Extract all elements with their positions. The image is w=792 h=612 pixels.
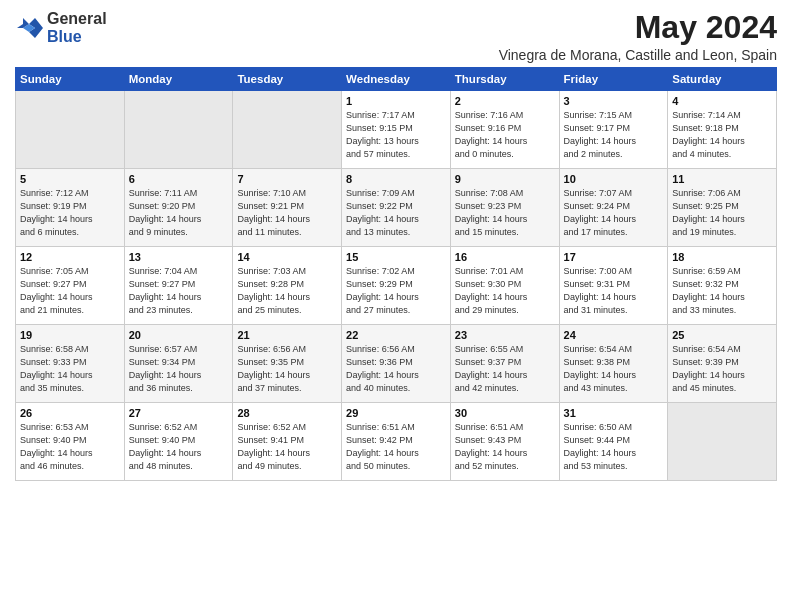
calendar-cell — [668, 403, 777, 481]
calendar-table: SundayMondayTuesdayWednesdayThursdayFrid… — [15, 67, 777, 481]
weekday-header-saturday: Saturday — [668, 68, 777, 91]
weekday-header-monday: Monday — [124, 68, 233, 91]
day-number: 17 — [564, 251, 664, 263]
day-info: Sunrise: 7:00 AM Sunset: 9:31 PM Dayligh… — [564, 265, 664, 317]
calendar-cell — [124, 91, 233, 169]
calendar-cell: 9Sunrise: 7:08 AM Sunset: 9:23 PM Daylig… — [450, 169, 559, 247]
day-number: 26 — [20, 407, 120, 419]
weekday-header-friday: Friday — [559, 68, 668, 91]
calendar-cell: 29Sunrise: 6:51 AM Sunset: 9:42 PM Dayli… — [342, 403, 451, 481]
calendar-cell: 12Sunrise: 7:05 AM Sunset: 9:27 PM Dayli… — [16, 247, 125, 325]
calendar-cell — [233, 91, 342, 169]
calendar-cell: 26Sunrise: 6:53 AM Sunset: 9:40 PM Dayli… — [16, 403, 125, 481]
day-number: 10 — [564, 173, 664, 185]
calendar-cell: 5Sunrise: 7:12 AM Sunset: 9:19 PM Daylig… — [16, 169, 125, 247]
logo: General Blue — [15, 10, 107, 45]
calendar-cell: 27Sunrise: 6:52 AM Sunset: 9:40 PM Dayli… — [124, 403, 233, 481]
day-info: Sunrise: 7:17 AM Sunset: 9:15 PM Dayligh… — [346, 109, 446, 161]
day-info: Sunrise: 6:52 AM Sunset: 9:41 PM Dayligh… — [237, 421, 337, 473]
calendar-cell: 4Sunrise: 7:14 AM Sunset: 9:18 PM Daylig… — [668, 91, 777, 169]
day-number: 4 — [672, 95, 772, 107]
day-number: 5 — [20, 173, 120, 185]
day-info: Sunrise: 7:08 AM Sunset: 9:23 PM Dayligh… — [455, 187, 555, 239]
day-info: Sunrise: 7:01 AM Sunset: 9:30 PM Dayligh… — [455, 265, 555, 317]
calendar-cell: 10Sunrise: 7:07 AM Sunset: 9:24 PM Dayli… — [559, 169, 668, 247]
day-info: Sunrise: 6:57 AM Sunset: 9:34 PM Dayligh… — [129, 343, 229, 395]
day-number: 31 — [564, 407, 664, 419]
day-info: Sunrise: 7:14 AM Sunset: 9:18 PM Dayligh… — [672, 109, 772, 161]
calendar-subtitle: Vinegra de Morana, Castille and Leon, Sp… — [499, 47, 777, 63]
calendar-cell — [16, 91, 125, 169]
calendar-cell: 13Sunrise: 7:04 AM Sunset: 9:27 PM Dayli… — [124, 247, 233, 325]
calendar-cell: 2Sunrise: 7:16 AM Sunset: 9:16 PM Daylig… — [450, 91, 559, 169]
day-number: 18 — [672, 251, 772, 263]
logo-icon — [15, 14, 43, 42]
logo-blue-text: Blue — [47, 28, 107, 46]
calendar-cell: 31Sunrise: 6:50 AM Sunset: 9:44 PM Dayli… — [559, 403, 668, 481]
calendar-cell: 19Sunrise: 6:58 AM Sunset: 9:33 PM Dayli… — [16, 325, 125, 403]
day-number: 3 — [564, 95, 664, 107]
day-info: Sunrise: 7:11 AM Sunset: 9:20 PM Dayligh… — [129, 187, 229, 239]
day-info: Sunrise: 7:02 AM Sunset: 9:29 PM Dayligh… — [346, 265, 446, 317]
day-info: Sunrise: 6:55 AM Sunset: 9:37 PM Dayligh… — [455, 343, 555, 395]
day-number: 20 — [129, 329, 229, 341]
day-info: Sunrise: 7:04 AM Sunset: 9:27 PM Dayligh… — [129, 265, 229, 317]
calendar-cell: 22Sunrise: 6:56 AM Sunset: 9:36 PM Dayli… — [342, 325, 451, 403]
day-info: Sunrise: 6:50 AM Sunset: 9:44 PM Dayligh… — [564, 421, 664, 473]
day-number: 6 — [129, 173, 229, 185]
logo-text: General Blue — [47, 10, 107, 45]
day-info: Sunrise: 7:10 AM Sunset: 9:21 PM Dayligh… — [237, 187, 337, 239]
week-row-3: 19Sunrise: 6:58 AM Sunset: 9:33 PM Dayli… — [16, 325, 777, 403]
day-info: Sunrise: 7:03 AM Sunset: 9:28 PM Dayligh… — [237, 265, 337, 317]
day-number: 23 — [455, 329, 555, 341]
day-number: 1 — [346, 95, 446, 107]
day-number: 16 — [455, 251, 555, 263]
day-number: 14 — [237, 251, 337, 263]
day-number: 2 — [455, 95, 555, 107]
calendar-cell: 8Sunrise: 7:09 AM Sunset: 9:22 PM Daylig… — [342, 169, 451, 247]
day-number: 30 — [455, 407, 555, 419]
week-row-2: 12Sunrise: 7:05 AM Sunset: 9:27 PM Dayli… — [16, 247, 777, 325]
day-info: Sunrise: 6:51 AM Sunset: 9:43 PM Dayligh… — [455, 421, 555, 473]
calendar-title: May 2024 — [499, 10, 777, 45]
day-number: 21 — [237, 329, 337, 341]
calendar-cell: 21Sunrise: 6:56 AM Sunset: 9:35 PM Dayli… — [233, 325, 342, 403]
day-number: 15 — [346, 251, 446, 263]
weekday-header-tuesday: Tuesday — [233, 68, 342, 91]
week-row-1: 5Sunrise: 7:12 AM Sunset: 9:19 PM Daylig… — [16, 169, 777, 247]
calendar-cell: 18Sunrise: 6:59 AM Sunset: 9:32 PM Dayli… — [668, 247, 777, 325]
calendar-cell: 30Sunrise: 6:51 AM Sunset: 9:43 PM Dayli… — [450, 403, 559, 481]
day-info: Sunrise: 7:09 AM Sunset: 9:22 PM Dayligh… — [346, 187, 446, 239]
weekday-header-row: SundayMondayTuesdayWednesdayThursdayFrid… — [16, 68, 777, 91]
calendar-cell: 15Sunrise: 7:02 AM Sunset: 9:29 PM Dayli… — [342, 247, 451, 325]
day-info: Sunrise: 6:58 AM Sunset: 9:33 PM Dayligh… — [20, 343, 120, 395]
day-info: Sunrise: 6:52 AM Sunset: 9:40 PM Dayligh… — [129, 421, 229, 473]
calendar-cell: 14Sunrise: 7:03 AM Sunset: 9:28 PM Dayli… — [233, 247, 342, 325]
calendar-cell: 23Sunrise: 6:55 AM Sunset: 9:37 PM Dayli… — [450, 325, 559, 403]
day-number: 24 — [564, 329, 664, 341]
day-number: 12 — [20, 251, 120, 263]
calendar-cell: 25Sunrise: 6:54 AM Sunset: 9:39 PM Dayli… — [668, 325, 777, 403]
calendar-cell: 24Sunrise: 6:54 AM Sunset: 9:38 PM Dayli… — [559, 325, 668, 403]
day-info: Sunrise: 6:56 AM Sunset: 9:35 PM Dayligh… — [237, 343, 337, 395]
weekday-header-thursday: Thursday — [450, 68, 559, 91]
header: General Blue May 2024 Vinegra de Morana,… — [15, 10, 777, 63]
day-number: 7 — [237, 173, 337, 185]
page: General Blue May 2024 Vinegra de Morana,… — [0, 0, 792, 496]
day-number: 13 — [129, 251, 229, 263]
calendar-cell: 11Sunrise: 7:06 AM Sunset: 9:25 PM Dayli… — [668, 169, 777, 247]
day-info: Sunrise: 6:51 AM Sunset: 9:42 PM Dayligh… — [346, 421, 446, 473]
day-info: Sunrise: 6:56 AM Sunset: 9:36 PM Dayligh… — [346, 343, 446, 395]
day-number: 25 — [672, 329, 772, 341]
calendar-cell: 16Sunrise: 7:01 AM Sunset: 9:30 PM Dayli… — [450, 247, 559, 325]
day-number: 19 — [20, 329, 120, 341]
calendar-cell: 3Sunrise: 7:15 AM Sunset: 9:17 PM Daylig… — [559, 91, 668, 169]
calendar-cell: 1Sunrise: 7:17 AM Sunset: 9:15 PM Daylig… — [342, 91, 451, 169]
day-number: 29 — [346, 407, 446, 419]
day-info: Sunrise: 7:06 AM Sunset: 9:25 PM Dayligh… — [672, 187, 772, 239]
day-info: Sunrise: 6:59 AM Sunset: 9:32 PM Dayligh… — [672, 265, 772, 317]
day-info: Sunrise: 7:15 AM Sunset: 9:17 PM Dayligh… — [564, 109, 664, 161]
day-number: 11 — [672, 173, 772, 185]
week-row-0: 1Sunrise: 7:17 AM Sunset: 9:15 PM Daylig… — [16, 91, 777, 169]
calendar-cell: 17Sunrise: 7:00 AM Sunset: 9:31 PM Dayli… — [559, 247, 668, 325]
